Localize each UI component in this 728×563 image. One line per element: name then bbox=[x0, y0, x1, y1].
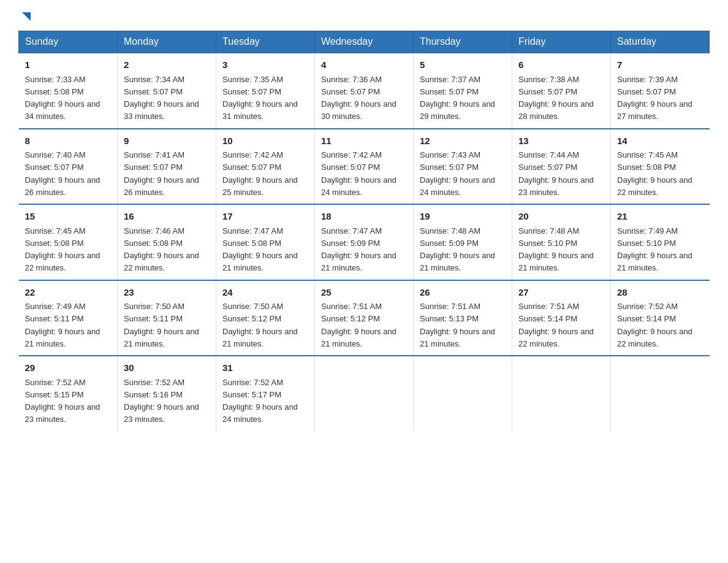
calendar-header: SundayMondayTuesdayWednesdayThursdayFrid… bbox=[19, 31, 710, 53]
day-cell: 26Sunrise: 7:51 AMSunset: 5:13 PMDayligh… bbox=[414, 280, 512, 356]
day-number: 18 bbox=[321, 210, 407, 224]
day-info: Sunrise: 7:49 AMSunset: 5:10 PMDaylight:… bbox=[617, 226, 692, 273]
weekday-header-monday: Monday bbox=[118, 31, 216, 53]
day-number: 21 bbox=[617, 210, 703, 224]
day-number: 13 bbox=[518, 134, 604, 148]
day-info: Sunrise: 7:52 AMSunset: 5:17 PMDaylight:… bbox=[222, 378, 298, 424]
day-info: Sunrise: 7:52 AMSunset: 5:15 PMDaylight:… bbox=[25, 378, 100, 424]
day-number: 26 bbox=[420, 286, 506, 300]
day-number: 23 bbox=[124, 286, 210, 300]
day-cell: 19Sunrise: 7:48 AMSunset: 5:09 PMDayligh… bbox=[414, 204, 512, 280]
week-row-3: 15Sunrise: 7:45 AMSunset: 5:08 PMDayligh… bbox=[19, 204, 710, 280]
week-row-2: 8Sunrise: 7:40 AMSunset: 5:07 PMDaylight… bbox=[19, 129, 710, 205]
weekday-header-sunday: Sunday bbox=[19, 31, 118, 53]
day-info: Sunrise: 7:50 AMSunset: 5:12 PMDaylight:… bbox=[222, 302, 298, 348]
day-info: Sunrise: 7:44 AMSunset: 5:07 PMDaylight:… bbox=[518, 150, 594, 197]
day-cell: 23Sunrise: 7:50 AMSunset: 5:11 PMDayligh… bbox=[118, 280, 216, 356]
day-cell: 3Sunrise: 7:35 AMSunset: 5:07 PMDaylight… bbox=[216, 53, 315, 129]
day-cell: 7Sunrise: 7:39 AMSunset: 5:07 PMDaylight… bbox=[611, 53, 710, 129]
day-cell bbox=[611, 356, 710, 431]
day-cell: 12Sunrise: 7:43 AMSunset: 5:07 PMDayligh… bbox=[414, 129, 512, 205]
day-info: Sunrise: 7:47 AMSunset: 5:09 PMDaylight:… bbox=[321, 226, 396, 273]
day-number: 5 bbox=[420, 58, 506, 72]
day-number: 10 bbox=[222, 134, 308, 148]
day-info: Sunrise: 7:43 AMSunset: 5:07 PMDaylight:… bbox=[420, 150, 495, 197]
day-info: Sunrise: 7:42 AMSunset: 5:07 PMDaylight:… bbox=[321, 150, 396, 197]
week-row-1: 1Sunrise: 7:33 AMSunset: 5:08 PMDaylight… bbox=[19, 53, 710, 129]
day-cell: 31Sunrise: 7:52 AMSunset: 5:17 PMDayligh… bbox=[216, 356, 315, 431]
day-info: Sunrise: 7:47 AMSunset: 5:08 PMDaylight:… bbox=[222, 226, 298, 273]
day-info: Sunrise: 7:36 AMSunset: 5:07 PMDaylight:… bbox=[321, 75, 396, 121]
day-number: 7 bbox=[617, 58, 703, 72]
day-number: 22 bbox=[25, 286, 112, 300]
day-cell: 6Sunrise: 7:38 AMSunset: 5:07 PMDaylight… bbox=[512, 53, 611, 129]
week-row-4: 22Sunrise: 7:49 AMSunset: 5:11 PMDayligh… bbox=[19, 280, 710, 356]
day-cell: 21Sunrise: 7:49 AMSunset: 5:10 PMDayligh… bbox=[611, 204, 710, 280]
day-number: 30 bbox=[124, 361, 210, 375]
day-number: 14 bbox=[617, 134, 703, 148]
day-cell bbox=[315, 356, 414, 431]
day-cell: 25Sunrise: 7:51 AMSunset: 5:12 PMDayligh… bbox=[315, 280, 414, 356]
day-info: Sunrise: 7:51 AMSunset: 5:13 PMDaylight:… bbox=[420, 302, 495, 348]
calendar-body: 1Sunrise: 7:33 AMSunset: 5:08 PMDaylight… bbox=[19, 53, 710, 431]
weekday-header-wednesday: Wednesday bbox=[315, 31, 414, 53]
day-info: Sunrise: 7:39 AMSunset: 5:07 PMDaylight:… bbox=[617, 75, 692, 121]
day-cell: 18Sunrise: 7:47 AMSunset: 5:09 PMDayligh… bbox=[315, 204, 414, 280]
day-number: 4 bbox=[321, 58, 407, 72]
day-number: 6 bbox=[518, 58, 604, 72]
day-number: 27 bbox=[518, 286, 604, 300]
day-cell: 14Sunrise: 7:45 AMSunset: 5:08 PMDayligh… bbox=[611, 129, 710, 205]
day-info: Sunrise: 7:46 AMSunset: 5:08 PMDaylight:… bbox=[124, 226, 199, 273]
day-number: 20 bbox=[518, 210, 604, 224]
day-number: 17 bbox=[222, 210, 308, 224]
day-cell: 2Sunrise: 7:34 AMSunset: 5:07 PMDaylight… bbox=[118, 53, 216, 129]
day-number: 31 bbox=[222, 361, 308, 375]
week-row-5: 29Sunrise: 7:52 AMSunset: 5:15 PMDayligh… bbox=[19, 356, 710, 431]
page-header bbox=[18, 12, 710, 20]
day-info: Sunrise: 7:35 AMSunset: 5:07 PMDaylight:… bbox=[222, 75, 298, 121]
day-number: 24 bbox=[222, 286, 308, 300]
day-info: Sunrise: 7:45 AMSunset: 5:08 PMDaylight:… bbox=[617, 150, 692, 197]
day-cell: 27Sunrise: 7:51 AMSunset: 5:14 PMDayligh… bbox=[512, 280, 611, 356]
day-cell: 4Sunrise: 7:36 AMSunset: 5:07 PMDaylight… bbox=[315, 53, 414, 129]
day-number: 2 bbox=[124, 58, 210, 72]
day-cell: 10Sunrise: 7:42 AMSunset: 5:07 PMDayligh… bbox=[216, 129, 315, 205]
day-info: Sunrise: 7:40 AMSunset: 5:07 PMDaylight:… bbox=[25, 150, 100, 197]
day-number: 29 bbox=[25, 361, 112, 375]
day-info: Sunrise: 7:41 AMSunset: 5:07 PMDaylight:… bbox=[124, 150, 199, 197]
day-cell: 1Sunrise: 7:33 AMSunset: 5:08 PMDaylight… bbox=[19, 53, 118, 129]
logo-triangle-icon bbox=[20, 10, 33, 23]
day-info: Sunrise: 7:48 AMSunset: 5:09 PMDaylight:… bbox=[420, 226, 495, 273]
day-info: Sunrise: 7:52 AMSunset: 5:16 PMDaylight:… bbox=[124, 378, 199, 424]
day-number: 9 bbox=[124, 134, 210, 148]
day-info: Sunrise: 7:45 AMSunset: 5:08 PMDaylight:… bbox=[25, 226, 100, 273]
day-number: 15 bbox=[25, 210, 112, 224]
day-info: Sunrise: 7:37 AMSunset: 5:07 PMDaylight:… bbox=[420, 75, 495, 121]
day-cell: 29Sunrise: 7:52 AMSunset: 5:15 PMDayligh… bbox=[19, 356, 118, 431]
day-cell: 16Sunrise: 7:46 AMSunset: 5:08 PMDayligh… bbox=[118, 204, 216, 280]
logo bbox=[18, 12, 33, 20]
day-info: Sunrise: 7:38 AMSunset: 5:07 PMDaylight:… bbox=[518, 75, 594, 121]
day-number: 19 bbox=[420, 210, 506, 224]
day-info: Sunrise: 7:52 AMSunset: 5:14 PMDaylight:… bbox=[617, 302, 692, 348]
weekday-header-thursday: Thursday bbox=[414, 31, 512, 53]
weekday-header-tuesday: Tuesday bbox=[216, 31, 315, 53]
day-cell: 8Sunrise: 7:40 AMSunset: 5:07 PMDaylight… bbox=[19, 129, 118, 205]
svg-marker-0 bbox=[22, 12, 31, 21]
day-number: 1 bbox=[25, 58, 112, 72]
day-info: Sunrise: 7:34 AMSunset: 5:07 PMDaylight:… bbox=[124, 75, 199, 121]
day-info: Sunrise: 7:50 AMSunset: 5:11 PMDaylight:… bbox=[124, 302, 199, 348]
day-number: 28 bbox=[617, 286, 703, 300]
day-number: 3 bbox=[222, 58, 308, 72]
day-info: Sunrise: 7:48 AMSunset: 5:10 PMDaylight:… bbox=[518, 226, 594, 273]
day-info: Sunrise: 7:42 AMSunset: 5:07 PMDaylight:… bbox=[222, 150, 298, 197]
day-cell: 30Sunrise: 7:52 AMSunset: 5:16 PMDayligh… bbox=[118, 356, 216, 431]
day-cell: 17Sunrise: 7:47 AMSunset: 5:08 PMDayligh… bbox=[216, 204, 315, 280]
day-info: Sunrise: 7:49 AMSunset: 5:11 PMDaylight:… bbox=[25, 302, 100, 348]
day-cell: 20Sunrise: 7:48 AMSunset: 5:10 PMDayligh… bbox=[512, 204, 611, 280]
day-cell: 11Sunrise: 7:42 AMSunset: 5:07 PMDayligh… bbox=[315, 129, 414, 205]
day-number: 12 bbox=[420, 134, 506, 148]
day-number: 25 bbox=[321, 286, 407, 300]
day-cell: 9Sunrise: 7:41 AMSunset: 5:07 PMDaylight… bbox=[118, 129, 216, 205]
day-number: 8 bbox=[25, 134, 112, 148]
